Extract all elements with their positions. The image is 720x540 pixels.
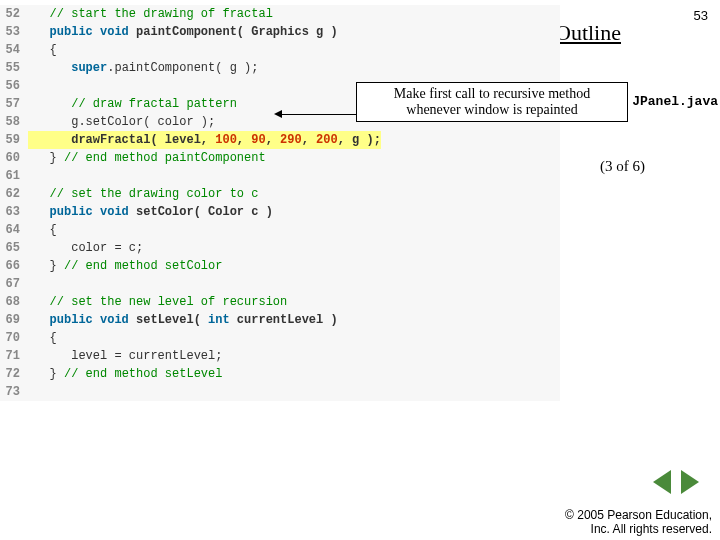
code-content: color = c;	[28, 239, 143, 257]
line-number: 66	[0, 257, 28, 275]
code-content: // start the drawing of fractal	[28, 5, 273, 23]
callout-box: Make first call to recursive method when…	[356, 82, 628, 122]
code-line: 67	[0, 275, 560, 293]
line-number: 67	[0, 275, 28, 293]
nav-controls	[650, 470, 702, 498]
line-number: 55	[0, 59, 28, 77]
line-number: 64	[0, 221, 28, 239]
line-number: 62	[0, 185, 28, 203]
code-line: 59 drawFractal( level, 100, 90, 290, 200…	[0, 131, 560, 149]
outline-heading: Outline	[555, 20, 621, 46]
code-line: 70 {	[0, 329, 560, 347]
code-line: 69 public void setLevel( int currentLeve…	[0, 311, 560, 329]
line-number: 63	[0, 203, 28, 221]
code-line: 61	[0, 167, 560, 185]
page-number: 53	[694, 8, 708, 23]
copyright: © 2005 Pearson Education, Inc. All right…	[565, 508, 712, 536]
code-line: 62 // set the drawing color to c	[0, 185, 560, 203]
code-line: 54 {	[0, 41, 560, 59]
code-line: 53 public void paintComponent( Graphics …	[0, 23, 560, 41]
code-line: 52 // start the drawing of fractal	[0, 5, 560, 23]
line-number: 71	[0, 347, 28, 365]
line-number: 70	[0, 329, 28, 347]
copyright-line1: © 2005 Pearson Education,	[565, 508, 712, 522]
callout-arrow	[280, 114, 356, 115]
code-content: public void setColor( Color c )	[28, 203, 273, 221]
line-number: 59	[0, 131, 28, 149]
code-content: super.paintComponent( g );	[28, 59, 258, 77]
code-line: 64 {	[0, 221, 560, 239]
code-line: 65 color = c;	[0, 239, 560, 257]
part-indicator: (3 of 6)	[600, 158, 645, 175]
line-number: 72	[0, 365, 28, 383]
code-content: {	[28, 41, 57, 59]
copyright-line2: Inc. All rights reserved.	[565, 522, 712, 536]
line-number: 52	[0, 5, 28, 23]
code-content: level = currentLevel;	[28, 347, 222, 365]
code-line: 63 public void setColor( Color c )	[0, 203, 560, 221]
code-content: public void paintComponent( Graphics g )	[28, 23, 338, 41]
code-content: // set the drawing color to c	[28, 185, 258, 203]
next-button[interactable]	[681, 470, 699, 494]
line-number: 69	[0, 311, 28, 329]
code-line: 60 } // end method paintComponent	[0, 149, 560, 167]
code-content: {	[28, 221, 57, 239]
line-number: 56	[0, 77, 28, 95]
code-line: 55 super.paintComponent( g );	[0, 59, 560, 77]
line-number: 65	[0, 239, 28, 257]
line-number: 60	[0, 149, 28, 167]
line-number: 53	[0, 23, 28, 41]
code-line: 71 level = currentLevel;	[0, 347, 560, 365]
code-content: // set the new level of recursion	[28, 293, 287, 311]
code-content: } // end method setColor	[28, 257, 222, 275]
line-number: 54	[0, 41, 28, 59]
code-line: 68 // set the new level of recursion	[0, 293, 560, 311]
prev-button[interactable]	[653, 470, 671, 494]
line-number: 73	[0, 383, 28, 401]
code-content: public void setLevel( int currentLevel )	[28, 311, 338, 329]
code-listing: 52 // start the drawing of fractal53 pub…	[0, 5, 560, 401]
file-label: JPanel.java	[632, 94, 718, 109]
line-number: 61	[0, 167, 28, 185]
code-content: } // end method setLevel	[28, 365, 222, 383]
code-content: {	[28, 329, 57, 347]
line-number: 68	[0, 293, 28, 311]
line-number: 57	[0, 95, 28, 113]
code-line: 66 } // end method setColor	[0, 257, 560, 275]
code-content: // draw fractal pattern	[28, 95, 237, 113]
code-content: } // end method paintComponent	[28, 149, 266, 167]
callout-line1: Make first call to recursive method	[357, 86, 627, 102]
line-number: 58	[0, 113, 28, 131]
code-line: 73	[0, 383, 560, 401]
code-line: 72 } // end method setLevel	[0, 365, 560, 383]
callout-line2: whenever window is repainted	[357, 102, 627, 118]
code-content: drawFractal( level, 100, 90, 290, 200, g…	[28, 131, 381, 149]
code-content: g.setColor( color );	[28, 113, 215, 131]
